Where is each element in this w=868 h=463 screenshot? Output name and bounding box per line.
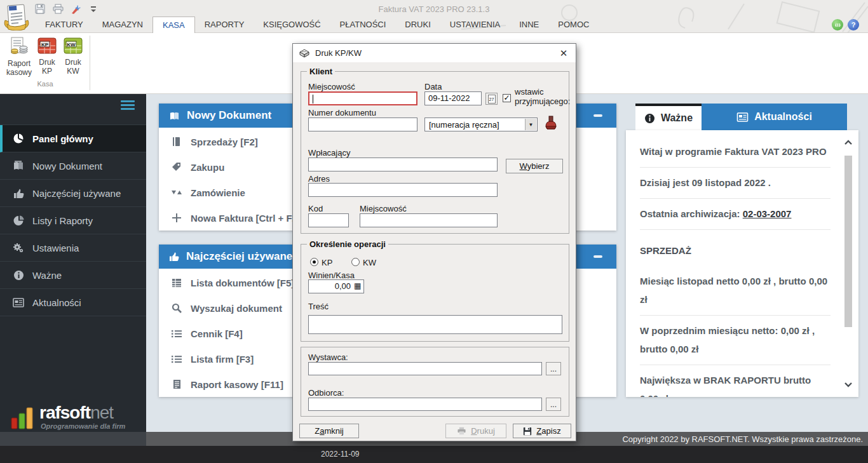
- tab-faktury[interactable]: FAKTURY: [36, 17, 93, 32]
- info-panel: Ważne Aktualności Witaj w programie Fakt…: [626, 104, 858, 397]
- ribbon-button-label: Raport kasowy: [6, 59, 32, 77]
- miejscowosc2-input[interactable]: [360, 213, 498, 227]
- info-icon: [13, 269, 24, 281]
- sidebar: Panel główny Nowy Dokument Najczęściej u…: [0, 94, 146, 432]
- menu-item-label: Zakupu: [191, 162, 224, 173]
- tab-pomoc[interactable]: POMOC: [548, 17, 599, 32]
- sidebar-item-label: Aktualności: [32, 297, 81, 308]
- tab-magazyn[interactable]: MAGAZYN: [93, 17, 153, 32]
- search-icon: [170, 303, 183, 313]
- chevron-down-icon[interactable]: ▼: [525, 119, 536, 130]
- kw-document-icon: KW: [64, 37, 83, 55]
- radio-kw[interactable]: [351, 258, 360, 266]
- gears-icon: [13, 242, 24, 253]
- thumbs-up-icon: [13, 187, 24, 199]
- kp-document-icon: KP: [37, 37, 57, 55]
- logo-tagline: Oprogramowanie dla firm: [41, 422, 125, 430]
- scrollbar-thumb[interactable]: [844, 156, 852, 327]
- ribbon-group-label: Kasa: [5, 80, 85, 88]
- info-tabs: Ważne Aktualności: [626, 104, 858, 130]
- report-document-icon: [170, 379, 183, 389]
- tab-raporty[interactable]: RAPORTY: [195, 17, 254, 32]
- print-form-icon: [299, 48, 310, 58]
- save-icon: [523, 427, 532, 436]
- newspaper-icon: [736, 112, 749, 122]
- sidebar-item-wazne[interactable]: Ważne: [0, 262, 146, 289]
- sidebar-item-ustawienia[interactable]: Ustawienia: [0, 234, 146, 262]
- radio-kp[interactable]: [310, 258, 318, 266]
- info-entry: Miesiąc listopad netto 0,00 zł , brutto …: [640, 266, 831, 316]
- miejscowosc-input[interactable]: [308, 91, 417, 105]
- tresc-input[interactable]: [308, 315, 562, 334]
- tab-druki[interactable]: DRUKI: [395, 17, 440, 32]
- wystawca-input[interactable]: [308, 362, 542, 375]
- adres-input[interactable]: [308, 183, 498, 197]
- thumbs-up-icon: [169, 252, 179, 262]
- kod-input[interactable]: [308, 213, 349, 227]
- scroll-up-icon[interactable]: [843, 138, 853, 148]
- dialog-title: Druk KP/KW: [315, 48, 362, 58]
- statusbar-left: [0, 432, 146, 446]
- wystawca-browse-button[interactable]: ...: [546, 362, 561, 375]
- dialog-title-bar[interactable]: Druk KP/KW ✕: [293, 44, 576, 62]
- ribbon-button-label: Druk KW: [65, 58, 81, 76]
- odbiorca-input[interactable]: [308, 398, 542, 411]
- menu-item-label: Nowa Faktura [Ctrl + F2]: [191, 213, 301, 224]
- wplacajacy-input[interactable]: [308, 158, 498, 171]
- drukuj-button[interactable]: Drukuj: [445, 424, 506, 438]
- cash-report-icon: [9, 37, 29, 56]
- menu-item-label: Cennik [F4]: [191, 328, 243, 339]
- tab-wazne[interactable]: Ważne: [635, 104, 702, 130]
- data-input[interactable]: 09-11-2022: [424, 91, 482, 105]
- scroll-down-icon[interactable]: [843, 379, 853, 389]
- zapisz-button[interactable]: Zapisz: [513, 424, 571, 438]
- sidebar-item-panel-glowny[interactable]: Panel główny: [0, 125, 146, 152]
- tab-kasa[interactable]: KASA: [153, 17, 195, 33]
- numeracja-dropdown[interactable]: [numeracja ręczna] ▼: [424, 117, 538, 131]
- druk-kp-button[interactable]: KP Druk KP: [35, 37, 59, 76]
- sidebar-item-listy-i-raporty[interactable]: Listy i Raporty: [0, 207, 146, 234]
- info-entry-text: Ostatnia archiwizacja:: [640, 208, 743, 219]
- sidebar-item-nowy-dokument[interactable]: Nowy Dokument: [0, 152, 146, 180]
- druk-kw-button[interactable]: KW Druk KW: [61, 37, 85, 76]
- stamp-icon[interactable]: [544, 116, 558, 131]
- wstawic-label-line1: wstawic: [515, 87, 544, 97]
- tab-inne[interactable]: INNE: [510, 17, 548, 32]
- tab-platnosci[interactable]: PŁATNOŚCI: [330, 17, 396, 32]
- application-window: Faktura VAT 2023 PRO 23.1.3 ? FAKTURY MA…: [0, 0, 868, 463]
- archive-date-link[interactable]: 02-03-2007: [743, 208, 792, 219]
- info-scrollbar[interactable]: [843, 138, 853, 389]
- close-icon[interactable]: ✕: [557, 47, 570, 60]
- hamburger-menu-icon[interactable]: [121, 100, 135, 112]
- wstawic-label-line2: przyjmującego:: [515, 97, 570, 106]
- collapse-icon[interactable]: [593, 114, 602, 117]
- sidebar-item-label: Ważne: [32, 270, 62, 281]
- group-legend: Klient: [307, 67, 335, 76]
- menu-item-label: Raport kasowy [F11]: [191, 379, 283, 390]
- dashboard-icon: [13, 133, 24, 144]
- info-entry: Największa w BRAK RAPORTU brutto 0,00 zł: [640, 365, 831, 397]
- panel-title: Nowy Dokument: [187, 109, 271, 122]
- wplacajacy-label: Wpłacający: [308, 148, 350, 158]
- info-entry: Witaj w programie Faktura VAT 2023 PRO: [640, 137, 831, 168]
- collapse-icon[interactable]: [593, 255, 602, 258]
- raport-kasowy-button[interactable]: Raport kasowy: [3, 37, 36, 77]
- calendar-picker-button[interactable]: 27: [485, 93, 498, 105]
- logo-main: rafsoft: [39, 403, 90, 422]
- tab-ustawienia[interactable]: USTAWIENIA: [440, 17, 510, 32]
- numer-dokumentu-label: Numer dokumentu: [308, 108, 376, 117]
- odbiorca-label: Odbiorca:: [308, 388, 344, 398]
- copyright-text: Copyright 2022 by RAFSOFT.NET. Wszystkie…: [622, 434, 863, 444]
- tab-aktualnosci[interactable]: Aktualności: [702, 104, 847, 130]
- odbiorca-browse-button[interactable]: ...: [546, 398, 561, 411]
- sidebar-item-aktualnosci[interactable]: Aktualności: [0, 289, 146, 316]
- numer-dokumentu-input[interactable]: [308, 117, 417, 131]
- tab-ksiegowosc[interactable]: KSIĘGOWOŚĆ: [254, 17, 330, 32]
- calculator-icon[interactable]: ▦: [354, 281, 361, 290]
- ribbon-separator: [90, 36, 90, 90]
- wybierz-button[interactable]: Wybierz: [506, 159, 563, 173]
- text-caret: [313, 95, 313, 104]
- sidebar-item-najczesciej-uzywane[interactable]: Najczęściej używane: [0, 180, 146, 207]
- zamknij-button[interactable]: Zamknij: [299, 424, 359, 438]
- wstawic-checkbox[interactable]: ✓: [503, 94, 511, 102]
